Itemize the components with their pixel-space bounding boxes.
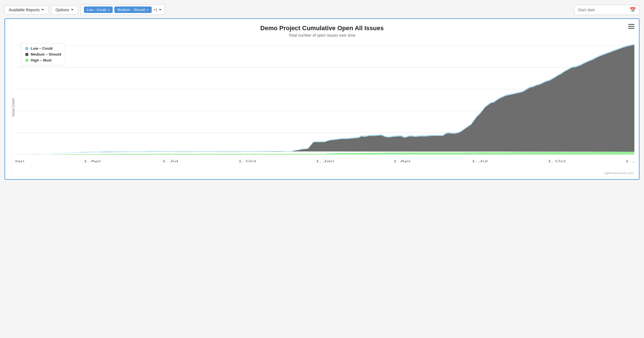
chevron-down-icon [41, 9, 44, 10]
chart-footer: agilemontecarlo.com [15, 171, 634, 175]
pill-label: Medium - Should [117, 8, 145, 12]
svg-text:1. Jan: 1. Jan [625, 159, 634, 163]
legend-item-medium: Medium – Should [25, 52, 61, 56]
svg-text:1. Apr: 1. Apr [393, 159, 411, 163]
svg-text:1. Apr: 1. Apr [84, 159, 101, 163]
options-button[interactable]: Options [51, 5, 78, 14]
available-reports-button[interactable]: Available Reports [5, 5, 48, 14]
svg-text:1. Jan: 1. Jan [316, 159, 334, 163]
pill-remove-icon[interactable]: × [147, 8, 149, 12]
chart-container: Demo Project Cumulative Open All Issues … [5, 18, 639, 180]
chart-body: Issue Count Low – Could Medium – Should … [10, 40, 634, 175]
legend-item-low: Low – Could [25, 46, 61, 51]
hamburger-line [628, 26, 634, 27]
chart-legend: Low – Could Medium – Should High – Must [21, 43, 66, 65]
filter-pill-medium-should[interactable]: Medium - Should × [114, 6, 151, 13]
pill-remove-icon[interactable]: × [108, 8, 110, 12]
calendar-icon[interactable]: 📅 [630, 7, 636, 13]
svg-text:1. Jul: 1. Jul [471, 159, 488, 163]
hamburger-line [628, 28, 634, 29]
legend-label-high: High – Must [31, 58, 52, 62]
chevron-down-icon [159, 9, 162, 10]
area-medium-should [15, 45, 634, 155]
svg-text:1. Jul: 1. Jul [162, 159, 178, 163]
legend-dot-medium [25, 53, 29, 56]
available-reports-label: Available Reports [9, 8, 40, 12]
pill-more-label: +1 [153, 8, 158, 12]
svg-text:1. Jan: 1. Jan [15, 159, 25, 163]
start-date-input[interactable] [578, 8, 627, 12]
area-chart: 0 50 100 150 200 250 1. Jan 1. Apr 1. Ju… [15, 40, 634, 170]
hamburger-menu-button[interactable] [628, 24, 634, 29]
filter-pill-low-could[interactable]: Low - Could × [84, 6, 113, 13]
legend-item-high: High – Must [25, 58, 61, 62]
chart-inner: Low – Could Medium – Should High – Must [15, 40, 634, 175]
area-high-must [15, 152, 634, 155]
hamburger-line [628, 24, 634, 25]
chevron-down-icon [71, 9, 74, 10]
chart-subtitle: Total number of open issues over time [10, 33, 634, 38]
legend-label-low: Low – Could [31, 46, 53, 51]
toolbar: Available Reports Options Low - Could × … [5, 5, 639, 15]
chart-title: Demo Project Cumulative Open All Issues [10, 25, 634, 32]
filter-pills-container: Low - Could × Medium - Should × +1 [81, 5, 165, 15]
chart-header: Demo Project Cumulative Open All Issues … [10, 25, 634, 38]
pill-label: Low - Could [87, 8, 106, 12]
legend-dot-high [25, 59, 29, 62]
legend-label-medium: Medium – Should [31, 52, 61, 56]
options-label: Options [55, 8, 69, 12]
start-date-field[interactable]: 📅 [574, 5, 639, 15]
svg-text:1. Oct: 1. Oct [548, 159, 566, 163]
pill-more-button[interactable]: +1 [153, 8, 162, 12]
svg-text:1. Oct: 1. Oct [238, 159, 256, 163]
y-axis-label: Issue Count [10, 40, 15, 175]
legend-dot-low [25, 47, 29, 50]
